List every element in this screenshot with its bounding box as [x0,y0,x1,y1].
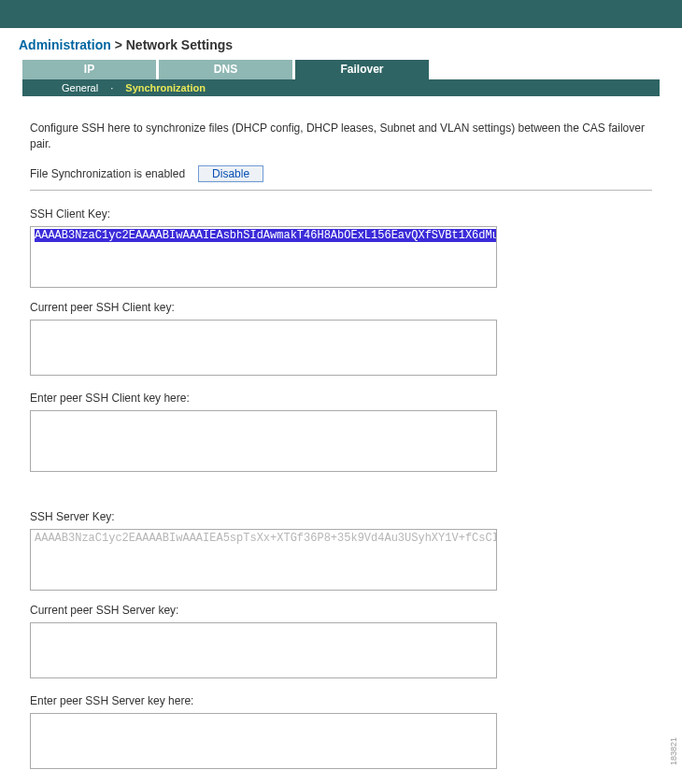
subtab-separator: · [110,82,113,93]
app-top-bar [0,0,682,28]
subtab-bar: General · Synchronization [22,79,660,96]
tab-ip[interactable]: IP [22,60,156,79]
ssh-client-key-value: AAAAB3NzaC1yc2EAAAABIwAAAIEAsbhSIdAwmakT… [35,229,497,242]
tab-dns[interactable]: DNS [159,60,292,79]
image-id: 183821 [669,737,678,765]
enter-peer-server-key-textarea[interactable] [30,713,497,769]
subtab-synchronization[interactable]: Synchronization [125,82,206,93]
ssh-client-key-textarea[interactable]: AAAAB3NzaC1yc2EAAAABIwAAAIEAsbhSIdAwmakT… [30,226,497,288]
ssh-server-key-label: SSH Server Key: [30,510,652,523]
tab-failover[interactable]: Failover [295,60,429,79]
ssh-client-key-label: SSH Client Key: [30,207,652,221]
ssh-server-key-textarea[interactable]: AAAAB3NzaC1yc2EAAAABIwAAAIEA5spTsXx+XTGf… [30,529,497,591]
breadcrumb-section[interactable]: Administration [19,37,111,52]
enter-peer-client-key-textarea[interactable] [30,410,497,472]
subtab-general[interactable]: General [62,82,98,93]
breadcrumb-page: Network Settings [126,37,233,52]
enter-peer-server-key-label: Enter peer SSH Server key here: [30,694,652,707]
current-peer-server-key-label: Current peer SSH Server key: [30,604,652,617]
tab-bar: IP DNS Failover [22,60,667,79]
ssh-server-key-value: AAAAB3NzaC1yc2EAAAABIwAAAIEA5spTsXx+XTGf… [35,532,497,545]
current-peer-client-key-label: Current peer SSH Client key: [30,301,652,314]
description-text: Configure SSH here to synchronize files … [30,121,652,152]
enter-peer-client-key-label: Enter peer SSH Client key here: [30,392,652,405]
breadcrumb: Administration > Network Settings [15,28,667,60]
current-peer-client-key-textarea[interactable] [30,320,497,376]
disable-button[interactable]: Disable [198,165,263,182]
divider [30,190,652,191]
current-peer-server-key-textarea[interactable] [30,622,497,678]
breadcrumb-sep: > [111,37,126,52]
sync-status-text: File Synchronization is enabled [30,167,185,180]
